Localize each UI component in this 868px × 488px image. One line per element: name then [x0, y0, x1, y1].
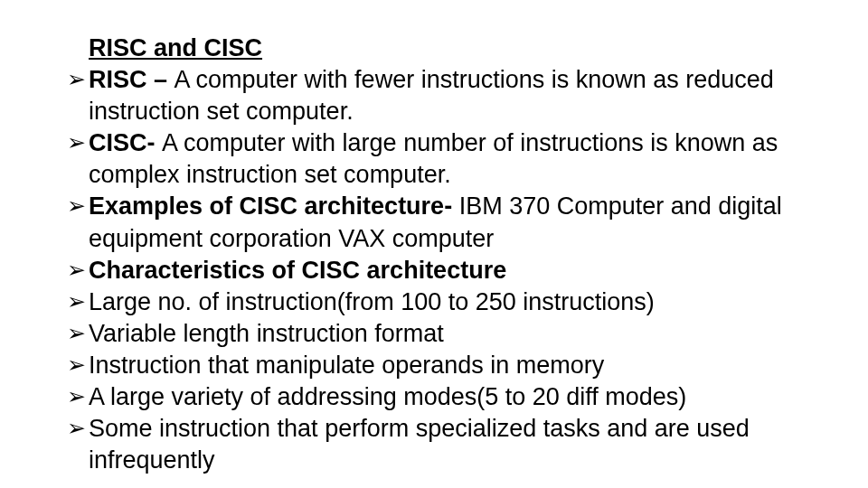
bullet-item: ➢ Some instruction that perform speciali… — [89, 413, 814, 476]
bullet-arrow-icon: ➢ — [67, 255, 89, 286]
bullet-item: ➢ CISC- A computer with large number of … — [89, 127, 814, 191]
bullet-bold: CISC- — [89, 129, 162, 156]
bullet-arrow-icon: ➢ — [67, 413, 89, 444]
bullet-text: Large no. of instruction(from 100 to 250… — [89, 288, 655, 315]
bullet-text: A large variety of addressing modes(5 to… — [89, 383, 686, 410]
bullet-bold: RISC – — [89, 66, 175, 93]
bullet-arrow-icon: ➢ — [67, 381, 89, 412]
bullet-content: A large variety of addressing modes(5 to… — [89, 381, 814, 413]
bullet-text: A computer with large number of instruct… — [89, 129, 778, 188]
bullet-bold: Characteristics of CISC architecture — [89, 257, 506, 284]
bullet-text: Some instruction that perform specialize… — [89, 415, 750, 474]
bullet-text: A computer with fewer instructions is kn… — [89, 66, 774, 125]
bullet-arrow-icon: ➢ — [67, 350, 89, 380]
bullet-content: Instruction that manipulate operands in … — [89, 350, 814, 381]
bullet-content: Variable length instruction format — [89, 318, 814, 350]
bullet-item: ➢ Variable length instruction format — [89, 318, 814, 350]
bullet-arrow-icon: ➢ — [67, 286, 89, 317]
bullet-item: ➢ A large variety of addressing modes(5 … — [89, 381, 814, 413]
bullet-arrow-icon: ➢ — [67, 127, 89, 158]
slide-title: RISC and CISC — [89, 33, 814, 64]
bullet-arrow-icon: ➢ — [67, 191, 89, 221]
bullet-content: RISC – A computer with fewer instruction… — [89, 64, 814, 127]
bullet-content: Large no. of instruction(from 100 to 250… — [89, 286, 814, 318]
bullet-text: Variable length instruction format — [89, 320, 444, 347]
bullet-arrow-icon: ➢ — [67, 318, 89, 349]
bullet-content: CISC- A computer with large number of in… — [89, 127, 814, 191]
bullet-item: ➢ Large no. of instruction(from 100 to 2… — [89, 286, 814, 318]
bullet-content: Some instruction that perform specialize… — [89, 413, 814, 476]
bullet-item: ➢ Instruction that manipulate operands i… — [89, 350, 814, 381]
bullet-text: Instruction that manipulate operands in … — [89, 352, 604, 379]
slide: RISC and CISC ➢ RISC – A computer with f… — [0, 0, 868, 488]
bullet-item: ➢ Characteristics of CISC architecture — [89, 255, 814, 286]
bullet-bold: Examples of CISC architecture- — [89, 192, 459, 220]
bullet-content: Examples of CISC architecture- IBM 370 C… — [89, 191, 814, 254]
bullet-item: ➢ RISC – A computer with fewer instructi… — [89, 64, 814, 127]
bullet-content: Characteristics of CISC architecture — [89, 255, 814, 286]
bullet-arrow-icon: ➢ — [67, 64, 89, 95]
bullet-item: ➢ Examples of CISC architecture- IBM 370… — [89, 191, 814, 254]
